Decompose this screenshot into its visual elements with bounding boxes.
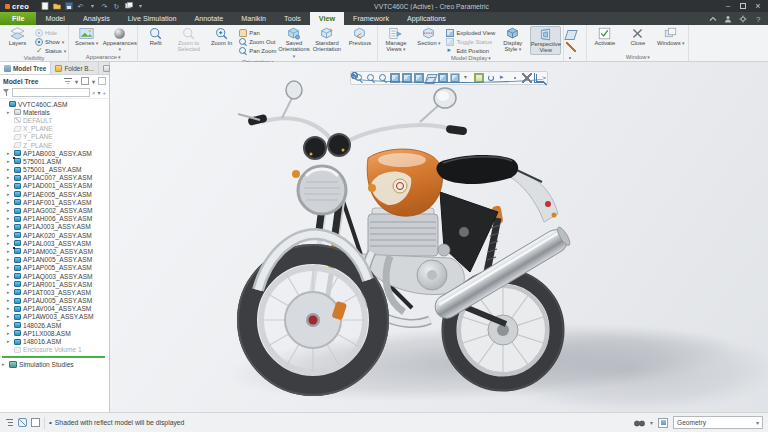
tree-settings-dropdown-icon[interactable]: [92, 78, 95, 85]
spin-center-icon[interactable]: [486, 73, 496, 83]
ribbon-tab[interactable]: File: [0, 12, 36, 25]
saved-orientations-button[interactable]: Saved Orientations: [278, 26, 309, 59]
tree-item[interactable]: AP1AM002_ASSY.ASM: [0, 247, 109, 255]
expander-icon[interactable]: [7, 249, 12, 254]
expander-icon[interactable]: [7, 347, 12, 352]
rear-fender[interactable]: [508, 166, 558, 222]
expander-icon[interactable]: [7, 265, 12, 270]
tree-item[interactable]: AP1AC007_ASSY.ASM: [0, 174, 109, 182]
expander-icon[interactable]: [7, 290, 12, 295]
perspective-view-button[interactable]: Perspective View: [530, 26, 561, 55]
section-button[interactable]: Section: [413, 26, 444, 46]
fuel-tank[interactable]: [367, 149, 442, 216]
undo-dropdown-icon[interactable]: [88, 2, 97, 11]
expander-icon[interactable]: [7, 274, 12, 279]
toggle-model-tree-icon[interactable]: [5, 418, 14, 427]
navigator-tab[interactable]: Model Tree: [0, 62, 51, 74]
tree-item[interactable]: Z_PLANE: [0, 141, 109, 149]
tree-item[interactable]: AP1AE005_ASSY.ASM: [0, 190, 109, 198]
tree-item[interactable]: Enclosure Volume 1: [0, 346, 109, 354]
activate-button[interactable]: Activate: [589, 26, 620, 46]
tree-item[interactable]: Materials: [0, 108, 109, 116]
tree-item[interactable]: 148016.ASM: [0, 337, 109, 345]
seat[interactable]: [436, 155, 518, 184]
save-icon[interactable]: [64, 2, 73, 11]
expander-icon[interactable]: [7, 151, 12, 156]
expander-icon[interactable]: [7, 175, 12, 180]
expander-icon[interactable]: [7, 118, 12, 123]
expander-icon[interactable]: [7, 216, 12, 221]
collapse-ribbon-icon[interactable]: [708, 14, 717, 23]
tree-item[interactable]: AP1AH006_ASSY.ASM: [0, 215, 109, 223]
simulation-studies-item[interactable]: ▸ Simulation Studies: [0, 360, 109, 369]
undo-icon[interactable]: [76, 2, 85, 11]
refit-button[interactable]: Refit: [140, 26, 171, 46]
toggle-browser-icon[interactable]: [18, 418, 27, 427]
zoom-in-button[interactable]: Zoom In: [206, 26, 237, 46]
ribbon-tab[interactable]: Framework: [344, 12, 398, 25]
layers-button[interactable]: Layers: [2, 26, 33, 46]
hide-button[interactable]: Hide: [35, 28, 66, 37]
tree-item[interactable]: AP1AR001_ASSY.ASM: [0, 280, 109, 288]
tree-item[interactable]: AP1AF001_ASSY.ASM: [0, 198, 109, 206]
selection-filter-select[interactable]: Geometry: [673, 416, 763, 429]
tree-item[interactable]: AP1AG002_ASSY.ASM: [0, 206, 109, 214]
clear-search-icon[interactable]: ×: [92, 90, 96, 96]
expander-icon[interactable]: [7, 339, 12, 344]
axis-display-icon[interactable]: [566, 42, 576, 52]
edit-position-button[interactable]: Edit Position: [446, 46, 495, 55]
tree-item[interactable]: AP1AN005_ASSY.ASM: [0, 256, 109, 264]
pan-zoom-button[interactable]: Pan Zoom: [239, 46, 276, 55]
ribbon-tab[interactable]: Live Simulation: [119, 12, 186, 25]
expander-icon[interactable]: [2, 102, 7, 107]
ribbon-tab[interactable]: Manikin: [232, 12, 275, 25]
expander-icon[interactable]: [7, 159, 12, 164]
expander-icon[interactable]: [7, 306, 12, 311]
expander-icon[interactable]: [7, 298, 12, 303]
expander-icon[interactable]: [7, 224, 12, 229]
orient-mode-icon[interactable]: [498, 73, 508, 83]
tree-item[interactable]: AP1AW003_ASSY.ASM: [0, 313, 109, 321]
instrument-gauges[interactable]: [304, 134, 350, 159]
expander-icon[interactable]: [7, 233, 12, 238]
expander-icon[interactable]: [7, 110, 12, 115]
expander-icon[interactable]: [7, 314, 12, 319]
expander-icon[interactable]: [7, 183, 12, 188]
windows-switch-icon[interactable]: [124, 2, 133, 11]
windows-button[interactable]: Windows: [655, 26, 686, 46]
manage-views-button[interactable]: Manage Views: [380, 26, 411, 53]
search-dropdown-icon[interactable]: [97, 89, 100, 96]
pan-button[interactable]: Pan: [239, 28, 276, 37]
tree-item[interactable]: AP1AT003_ASSY.ASM: [0, 288, 109, 296]
tree-item[interactable]: AP1AL003_ASSY.ASM: [0, 239, 109, 247]
mirrors[interactable]: [282, 81, 456, 122]
expander-icon[interactable]: [7, 192, 12, 197]
find-icon[interactable]: [634, 418, 645, 428]
tree-item[interactable]: 148026.ASM: [0, 321, 109, 329]
tree-item[interactable]: AP1AU005_ASSY.ASM: [0, 297, 109, 305]
expander-icon[interactable]: [7, 200, 12, 205]
ribbon-tab[interactable]: Tools: [275, 12, 310, 25]
find-dropdown-icon[interactable]: [650, 419, 653, 426]
tree-item[interactable]: AP1AJ003_ASSY.ASM: [0, 223, 109, 231]
regenerate-icon[interactable]: [112, 2, 121, 11]
scenes-button[interactable]: Scenes: [71, 26, 102, 46]
navigator-tab[interactable]: Folder B...: [51, 62, 98, 74]
zoom-out-button[interactable]: Zoom Out: [239, 37, 276, 46]
handlebar[interactable]: [238, 114, 467, 148]
tree-item[interactable]: AP1AP005_ASSY.ASM: [0, 264, 109, 272]
toggle-status-button[interactable]: Toggle Status: [446, 37, 495, 46]
ribbon-tab[interactable]: Applications: [398, 12, 455, 25]
tree-item[interactable]: 575001_ASSY.ASM: [0, 166, 109, 174]
graphics-area[interactable]: [110, 62, 768, 412]
new-file-icon[interactable]: [40, 2, 49, 11]
redo-icon[interactable]: [100, 2, 109, 11]
open-file-icon[interactable]: [52, 2, 61, 11]
tree-item[interactable]: AP1AQ003_ASSY.ASM: [0, 272, 109, 280]
tree-filter-icon[interactable]: [64, 77, 72, 85]
settings-gear-icon[interactable]: [738, 14, 747, 23]
tree-item[interactable]: AP1AB003_ASSY.ASM: [0, 149, 109, 157]
tree-columns-icon[interactable]: [98, 77, 106, 85]
toggle-web-browser-icon[interactable]: [31, 418, 40, 427]
expander-icon[interactable]: [7, 126, 12, 131]
